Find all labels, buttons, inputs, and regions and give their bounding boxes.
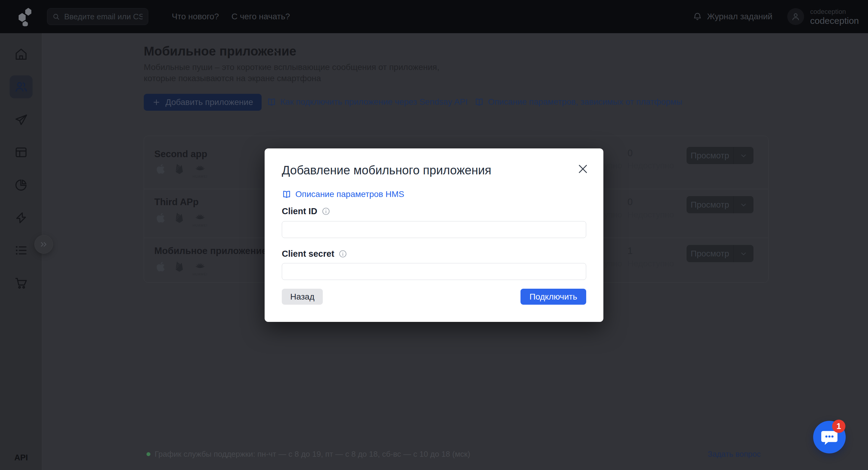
view-menu-button[interactable]: [734, 147, 753, 164]
hms-params-doc-link-label: Описание параметров HMS: [296, 189, 404, 199]
page-description-line2: которые показываются на экране смартфона: [144, 73, 439, 84]
account-user-name[interactable]: codeception: [810, 16, 859, 26]
sidebar-item-subscribers[interactable]: [10, 76, 33, 98]
status-dot-icon: [147, 452, 150, 456]
client-secret-label: Client secret: [282, 249, 347, 259]
info-icon[interactable]: [338, 249, 347, 258]
nav-getting-started[interactable]: С чего начать?: [231, 0, 290, 33]
task-journal-label: Журнал заданий: [707, 12, 772, 22]
bell-icon: [692, 12, 702, 22]
huawei-wordmark: HUAWEI: [193, 175, 208, 178]
sidebar-item-shop[interactable]: [10, 271, 33, 294]
apple-icon: [155, 212, 166, 223]
double-chevron-right-icon: [39, 240, 48, 249]
client-id-input[interactable]: [282, 221, 586, 238]
book-icon: [282, 189, 291, 199]
search-icon: [52, 13, 60, 21]
chat-widget-button[interactable]: 1: [813, 421, 846, 453]
client-id-label-text: Client ID: [282, 206, 317, 216]
sidebar-item-lists[interactable]: [10, 239, 33, 262]
list-icon: [14, 243, 28, 257]
add-app-button[interactable]: Добавить приложение: [144, 94, 261, 111]
ask-question-link[interactable]: Задать вопрос: [708, 449, 761, 459]
page-description: Мобильные пуши – это короткие всплывающи…: [144, 62, 439, 84]
collapse-section-button[interactable]: [271, 48, 278, 56]
back-button[interactable]: Назад: [282, 289, 323, 305]
top-bar: Что нового? С чего начать? Журнал задани…: [0, 0, 868, 33]
sidebar: API: [0, 33, 42, 470]
status-label: Недоступно: [627, 210, 674, 219]
app-row-name: Second app: [154, 149, 207, 159]
support-schedule: График службы поддержки: пн-чт — с 8 до …: [147, 449, 470, 459]
view-button[interactable]: Просмотр: [687, 245, 733, 262]
connect-button[interactable]: Подключить: [521, 289, 586, 305]
hms-params-doc-link[interactable]: Описание параметров HMS: [282, 189, 404, 199]
sidebar-item-api[interactable]: API: [0, 453, 42, 463]
plus-icon: [152, 98, 161, 107]
send-icon: [14, 113, 28, 127]
search-input[interactable]: [64, 12, 143, 22]
task-journal-button[interactable]: Журнал заданий: [692, 0, 772, 33]
pie-chart-icon: [14, 178, 28, 192]
chevron-down-icon: [740, 152, 747, 159]
view-menu-button[interactable]: [734, 245, 753, 262]
push-count: 1: [627, 245, 632, 257]
sidebar-item-campaigns[interactable]: [10, 108, 33, 131]
chat-unread-badge: 1: [832, 420, 845, 433]
huawei-icon: HUAWEI: [193, 164, 208, 178]
huawei-icon: HUAWEI: [193, 212, 208, 227]
client-secret-label-text: Client secret: [282, 249, 334, 259]
book-icon: [267, 97, 276, 107]
sidebar-expand-button[interactable]: [34, 235, 53, 254]
client-secret-input[interactable]: [282, 263, 586, 280]
huawei-icon: HUAWEI: [193, 261, 208, 276]
view-button[interactable]: Просмотр: [687, 196, 733, 213]
app-platform-icons: HUAWEI: [155, 212, 208, 227]
app-platform-icons: HUAWEI: [155, 261, 208, 276]
hidden-column-fragment: упно: [604, 259, 622, 268]
info-icon[interactable]: [321, 207, 330, 216]
client-id-label: Client ID: [282, 206, 330, 216]
support-schedule-text: График службы поддержки: пн-чт — с 8 до …: [155, 449, 470, 459]
sidebar-item-pages[interactable]: [10, 141, 33, 164]
sidebar-item-automation[interactable]: [10, 206, 33, 229]
home-icon: [14, 47, 28, 61]
push-count: 0: [627, 197, 632, 208]
view-split-button: Просмотр: [687, 245, 753, 262]
firebase-icon: [174, 164, 185, 174]
users-icon: [14, 80, 28, 94]
status-label: Недоступно: [627, 161, 674, 171]
sendsay-logo-icon: [17, 7, 36, 26]
firebase-icon: [174, 261, 185, 272]
chevron-up-icon: [271, 48, 278, 56]
view-split-button: Просмотр: [687, 147, 753, 164]
sidebar-item-statistics[interactable]: [10, 173, 33, 196]
chevron-down-icon: [740, 201, 747, 209]
huawei-wordmark: HUAWEI: [193, 272, 208, 276]
app-platform-icons: HUAWEI: [155, 164, 208, 178]
doc-link-connect-api[interactable]: Как подключить приложение через Sendsay …: [267, 97, 468, 107]
add-app-button-label: Добавить приложение: [165, 97, 253, 107]
modal-close-button[interactable]: [576, 162, 590, 176]
view-button[interactable]: Просмотр: [687, 147, 733, 164]
account-org-name: codeception: [810, 8, 846, 16]
app-row-name: Мобильное приложение: [154, 245, 267, 257]
add-mobile-app-modal: Добавление мобильного приложения Описани…: [265, 148, 603, 322]
firebase-icon: [174, 212, 185, 223]
huawei-wordmark: HUAWEI: [193, 224, 208, 227]
apple-icon: [155, 261, 166, 272]
nav-whats-new[interactable]: Что нового?: [172, 0, 219, 33]
chevron-down-icon: [740, 250, 747, 258]
doc-link-platform-params[interactable]: Описание параметров, зависимых от платфо…: [474, 97, 682, 107]
person-icon: [790, 11, 801, 22]
sidebar-item-home[interactable]: [10, 43, 33, 66]
global-search: [47, 8, 148, 25]
app-row-name: Third APp: [154, 197, 198, 208]
doc-link-connect-api-label: Как подключить приложение через Sendsay …: [280, 97, 468, 107]
apple-icon: [155, 164, 166, 174]
view-split-button: Просмотр: [687, 196, 753, 213]
view-menu-button[interactable]: [734, 196, 753, 213]
avatar[interactable]: [787, 8, 804, 25]
push-count: 0: [627, 148, 632, 159]
lightning-icon: [14, 211, 28, 225]
